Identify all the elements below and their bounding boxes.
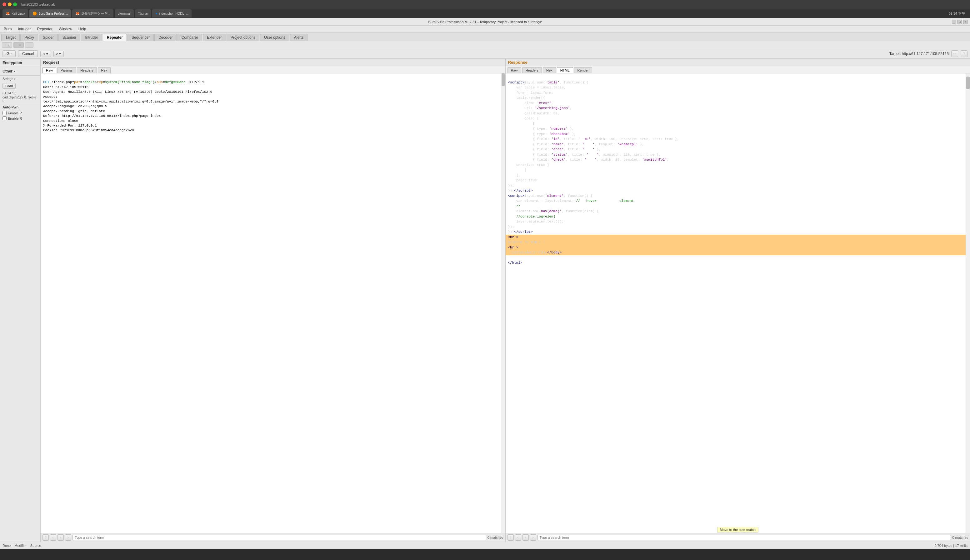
- window-controls: _ □ ×: [952, 20, 968, 24]
- edit-target-button[interactable]: ✏: [951, 50, 958, 57]
- ip-display: 61.147... oad.php? //127.0. /secret.: [0, 90, 40, 104]
- request-tab-hex[interactable]: Hex: [98, 67, 111, 73]
- tab-proxy[interactable]: Proxy: [20, 34, 38, 41]
- win-minimize[interactable]: _: [952, 20, 956, 24]
- menu-window[interactable]: Window: [58, 26, 73, 32]
- win-close[interactable]: ×: [963, 20, 968, 24]
- close-tab-1-icon[interactable]: ×: [8, 43, 9, 47]
- strings-row: Strings ▾: [0, 76, 40, 82]
- back-button[interactable]: < ▾: [40, 51, 51, 57]
- tab-extender[interactable]: Extender: [203, 34, 226, 41]
- burp-title-bar: Burp Suite Professional v1.7.31 - Tempor…: [0, 18, 970, 26]
- menu-repeater[interactable]: Repeater: [36, 26, 54, 32]
- target-label: Target: http://61.147.171.105:55115: [889, 52, 949, 56]
- request-search-input[interactable]: [72, 535, 486, 540]
- cancel-button[interactable]: Cancel: [18, 50, 38, 57]
- browser-tabs: 🦊 Kali Linux 🟠 Burp Suite Professi... 🦊 …: [0, 9, 970, 18]
- status-modified: Modifi...: [14, 544, 27, 548]
- response-search-help[interactable]: ?: [508, 534, 514, 541]
- response-tab-render[interactable]: Render: [574, 67, 592, 73]
- request-search-next[interactable]: >: [65, 534, 71, 541]
- menu-burp[interactable]: Burp: [2, 26, 13, 32]
- browser-tab-thunar[interactable]: Thunar: [135, 9, 151, 18]
- win-maximize[interactable]: □: [958, 20, 962, 24]
- tab-target[interactable]: Target: [1, 34, 20, 41]
- tab-repeater[interactable]: Repeater: [103, 34, 127, 41]
- status-done: Done: [2, 544, 11, 548]
- response-tabs: Raw Headers Hex HTML Render: [506, 66, 970, 73]
- request-panel: Request Raw Params Headers Hex GET /inde…: [41, 59, 506, 542]
- browser-tab-kali[interactable]: 🦊 Kali Linux: [2, 9, 28, 18]
- status-bar: Done Modifi... Source 2,704 bytes | 17 m…: [0, 542, 970, 549]
- response-tab-html[interactable]: HTML: [557, 67, 573, 73]
- tab-project-options[interactable]: Project options: [227, 34, 259, 41]
- other-section[interactable]: Other ▾: [0, 67, 40, 76]
- tab-sequencer[interactable]: Sequencer: [128, 34, 154, 41]
- close-tab-2-icon[interactable]: ×: [19, 43, 21, 47]
- browser-tab-burp[interactable]: 🟠 Burp Suite Professi...: [29, 9, 71, 18]
- traffic-lights: [2, 2, 17, 6]
- help-button[interactable]: ?: [961, 50, 968, 57]
- response-search-next-plus[interactable]: +: [522, 534, 529, 541]
- go-button[interactable]: Go: [2, 50, 16, 57]
- response-tab-headers[interactable]: Headers: [522, 67, 542, 73]
- close-btn[interactable]: [2, 2, 6, 6]
- request-tab-headers[interactable]: Headers: [77, 67, 97, 73]
- enable1-checkbox[interactable]: [2, 111, 7, 115]
- request-tab-params[interactable]: Params: [57, 67, 76, 73]
- strings-dropdown-icon: ▾: [14, 78, 16, 81]
- load-button[interactable]: Load: [2, 83, 16, 89]
- response-search-prev[interactable]: <: [515, 534, 521, 541]
- sub-tab-more[interactable]: ...: [25, 42, 33, 48]
- response-search-input[interactable]: [538, 535, 951, 540]
- response-tab-hex[interactable]: Hex: [543, 67, 556, 73]
- menu-help[interactable]: Help: [77, 26, 88, 32]
- request-text: GET /index.php?pat=/abc/e&rep=system("fi…: [41, 73, 501, 135]
- response-text: <script>layui.use('table', function() { …: [506, 73, 966, 272]
- status-source: Source: [30, 544, 41, 548]
- minimize-btn[interactable]: [8, 2, 12, 6]
- request-search-prev[interactable]: <: [50, 534, 56, 541]
- menu-intruder[interactable]: Intruder: [17, 26, 32, 32]
- burp-window: Burp Suite Professional v1.7.31 - Tempor…: [0, 18, 970, 549]
- request-scroll-thumb[interactable]: [502, 73, 505, 86]
- response-search-next[interactable]: >: [530, 534, 536, 541]
- response-scrollbar[interactable]: [966, 73, 970, 533]
- request-tab-raw[interactable]: Raw: [42, 67, 56, 73]
- request-search-next-plus[interactable]: +: [58, 534, 64, 541]
- response-content[interactable]: <script>layui.use('table', function() { …: [506, 73, 966, 533]
- maximize-btn[interactable]: [13, 2, 17, 6]
- encryption-section[interactable]: Encryption: [0, 59, 40, 67]
- tab-decoder[interactable]: Decoder: [154, 34, 177, 41]
- auto-pwn-label: Auto-Pwn: [0, 104, 40, 110]
- request-content[interactable]: GET /index.php?pat=/abc/e&rep=system("fi…: [41, 73, 501, 533]
- tab-scanner[interactable]: Scanner: [58, 34, 81, 41]
- request-header: Request: [41, 59, 505, 66]
- response-scroll-thumb[interactable]: [966, 77, 970, 89]
- enable2-checkbox[interactable]: [2, 116, 7, 120]
- response-tab-raw[interactable]: Raw: [508, 67, 521, 73]
- tab-comparer[interactable]: Comparer: [178, 34, 202, 41]
- browser-tab-vscode[interactable]: ● index.php - HODL -...: [152, 9, 192, 18]
- sub-tab-2[interactable]: 2 ×: [13, 42, 24, 48]
- request-search-bar: ? < + > 0 matches: [41, 533, 505, 542]
- request-search-help[interactable]: ?: [42, 534, 49, 541]
- menu-bar: Burp Intruder Repeater Window Help: [0, 26, 970, 32]
- browser-tab-qterminal[interactable]: qterminal: [115, 9, 134, 18]
- request-panel-inner: GET /index.php?pat=/abc/e&rep=system("fi…: [41, 73, 505, 533]
- response-match-count: 0 matches: [952, 536, 968, 539]
- tab-alerts[interactable]: Alerts: [290, 34, 308, 41]
- other-dropdown-icon: ▾: [14, 70, 15, 73]
- tab-spider[interactable]: Spider: [39, 34, 58, 41]
- browser-tab-firefox[interactable]: 🦊 设备维护中心 — M...: [72, 9, 113, 18]
- enable1-row: Enable P: [0, 110, 40, 116]
- request-scrollbar[interactable]: [501, 73, 505, 533]
- forward-button[interactable]: > ▾: [53, 51, 64, 57]
- content-area: Encryption Other ▾ Strings ▾ Load 61.147…: [0, 59, 970, 542]
- window-title: kali202103 webseclab: [21, 2, 55, 6]
- main-tab-bar: Target Proxy Spider Scanner Intruder Rep…: [0, 32, 970, 41]
- tab-user-options[interactable]: User options: [260, 34, 289, 41]
- sub-tab-1[interactable]: 1 ×: [2, 42, 12, 48]
- tab-intruder[interactable]: Intruder: [81, 34, 102, 41]
- response-panel-inner: <script>layui.use('table', function() { …: [506, 73, 970, 533]
